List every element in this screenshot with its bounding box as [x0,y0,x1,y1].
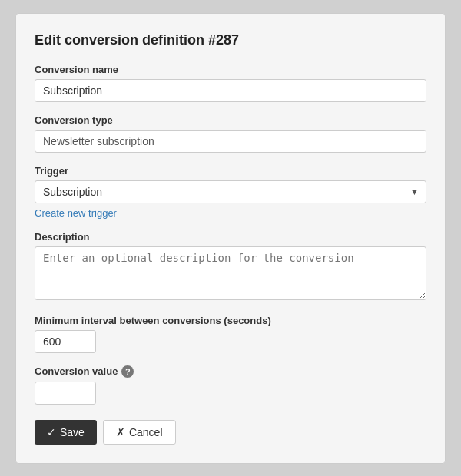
conversion-name-input[interactable] [35,79,426,102]
conversion-value-input[interactable] [35,382,96,405]
conversion-type-input [35,130,426,153]
button-group: ✓ Save ✗ Cancel [35,420,426,445]
min-interval-label: Minimum interval between conversions (se… [35,315,426,326]
description-label: Description [35,231,426,243]
min-interval-group: Minimum interval between conversions (se… [35,315,426,353]
cancel-x-icon: ✗ [116,426,125,438]
conversion-value-input-wrapper [35,382,426,405]
cancel-label: Cancel [129,426,163,438]
conversion-name-label: Conversion name [35,64,426,75]
description-group: Description [35,231,426,302]
min-interval-input[interactable] [35,330,96,353]
edit-conversion-card: Edit conversion definition #287 Conversi… [15,13,446,464]
create-trigger-link[interactable]: Create new trigger [35,207,117,219]
description-textarea[interactable] [35,246,426,300]
conversion-type-group: Conversion type [35,114,426,153]
conversion-name-group: Conversion name [35,64,426,102]
conversion-type-label: Conversion type [35,114,426,126]
save-checkmark-icon: ✓ [47,426,56,438]
save-label: Save [60,426,85,438]
help-icon: ? [121,365,134,378]
save-button[interactable]: ✓ Save [35,420,97,445]
conversion-value-label-row: Conversion value ? [35,365,426,378]
page-title: Edit conversion definition #287 [35,32,426,48]
conversion-value-label: Conversion value [35,365,118,377]
trigger-label: Trigger [35,165,426,177]
conversion-value-group: Conversion value ? [35,365,426,405]
cancel-button[interactable]: ✗ Cancel [103,420,176,445]
trigger-group: Trigger Subscription Create new trigger [35,165,426,219]
trigger-select[interactable]: Subscription [35,180,426,203]
trigger-select-wrapper: Subscription [35,180,426,203]
